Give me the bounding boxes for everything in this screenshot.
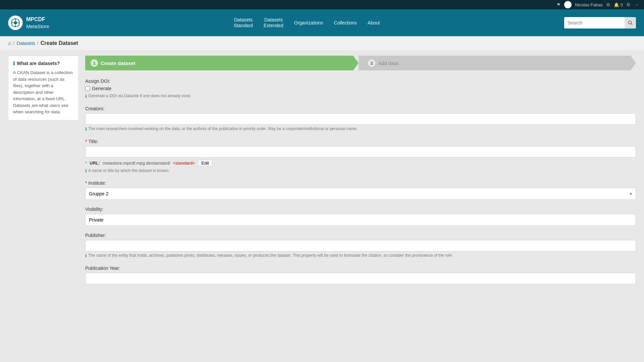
nav-datasets-standard[interactable]: Datasets Standard [228,14,258,31]
publisher-label: Publisher: [85,233,636,238]
logo-text: MPCDF MetaStore [26,16,49,29]
search-box [564,17,636,28]
publisher-section: Publisher: ℹ The name of the entity that… [85,233,636,259]
main-content: ℹ What are datasets? A CKAN Dataset is a… [0,50,644,361]
step-2-num: 2 [368,59,375,67]
arrow-icon[interactable]: → [634,2,639,7]
url-placeholder-text: <standard> [173,161,195,166]
step-add-data: 2 Add data [359,56,636,70]
publication-year-input[interactable] [85,273,636,284]
breadcrumb-sep-1: / [13,41,15,46]
steps: 1 Create dataset 2 Add data [85,56,636,70]
title-input[interactable] [85,146,636,158]
institute-select-wrapper: Gruppe 2 Gruppe 1 Gruppe 3 [85,188,636,200]
generate-doi-checkbox-label[interactable]: Generate [92,86,111,91]
title-hint: ℹ A name or title by which the dataset i… [85,168,636,174]
search-input[interactable] [564,17,625,28]
logo[interactable]: MPCDF MetaStore [8,15,49,30]
sidebar-title: ℹ What are datasets? [13,61,73,66]
url-prefix: metastore.mpcdf.mpg.de/standard/ [103,161,170,166]
title-hint-icon: ℹ [85,168,87,174]
sidebar-box: ℹ What are datasets? A CKAN Dataset is a… [8,56,78,120]
sidebar-description: A CKAN Dataset is a collection of data r… [13,69,73,115]
notification-count[interactable]: 🔔 0 [614,2,623,7]
assign-doi-label: Assign DOI: [85,78,636,84]
publisher-input[interactable] [85,240,636,251]
step-2-label: Add data [378,60,398,66]
main-nav: Datasets Standard Datasets Extended Orga… [228,14,385,31]
generate-doi-checkbox[interactable] [85,86,90,91]
header: MPCDF MetaStore Datasets Standard Datase… [0,9,644,36]
creators-hint-icon: ℹ [85,126,87,132]
flag-icon[interactable]: ⚑ [556,2,561,7]
svg-point-6 [628,21,631,24]
generate-doi-row: Generate [85,86,636,91]
publisher-hint: ℹ The name of the entity that holds, arc… [85,253,636,259]
nav-collections[interactable]: Collections [328,17,362,28]
title-label: * Title: [85,139,636,144]
assign-doi-section: Assign DOI: Generate ℹ Generate a DOI vi… [85,78,636,99]
publication-year-label: Publication Year: [85,265,636,271]
top-bar: ⚑ Nicolas Fabas ⚙ 🔔 0 ⚙ → [0,0,644,9]
cog-icon[interactable]: ⚙ [606,2,610,7]
url-required-star: * [85,161,87,166]
settings-icon[interactable]: ⚙ [626,2,631,7]
institute-section: * Institute: Gruppe 2 Gruppe 1 Gruppe 3 [85,180,636,200]
creators-hint: ℹ The main researchers involved working … [85,126,636,132]
sidebar: ℹ What are datasets? A CKAN Dataset is a… [8,56,78,355]
form-container: Assign DOI: Generate ℹ Generate a DOI vi… [85,78,636,284]
publication-year-section: Publication Year: [85,265,636,284]
title-required-star: * [85,139,87,144]
avatar [564,1,572,8]
creators-section: Creators: ℹ The main researchers involve… [85,106,636,132]
username: Nicolas Fabas [575,2,602,7]
breadcrumb-datasets[interactable]: Datasets [17,41,35,46]
search-button[interactable] [625,17,636,28]
step-1-num: 1 [91,59,98,67]
creators-label: Creators: [85,106,636,111]
breadcrumb-sep-2: / [37,41,39,46]
url-row: * URL: metastore.mpcdf.mpg.de/standard/<… [85,160,636,167]
assign-doi-hint-icon: ℹ [85,94,87,99]
nav-about[interactable]: About [362,17,385,28]
institute-required-star: * [85,180,87,186]
svg-line-7 [631,24,632,25]
visibility-select[interactable]: Private Public [85,214,636,226]
breadcrumb: ⌂ / Datasets / Create Dataset [0,36,644,50]
breadcrumb-current: Create Dataset [41,40,78,46]
visibility-section: Visibility: Private Public [85,206,636,226]
nav-organizations[interactable]: Organizations [289,17,328,28]
form-area: 1 Create dataset 2 Add data Assign DOI: … [85,56,636,355]
info-icon: ℹ [13,61,15,66]
visibility-label: Visibility: [85,206,636,212]
svg-point-1 [14,21,17,24]
assign-doi-hint: ℹ Generate a DOI via Datacite if one doe… [85,93,636,99]
logo-icon [8,15,23,30]
breadcrumb-home[interactable]: ⌂ [8,40,11,46]
institute-select[interactable]: Gruppe 2 Gruppe 1 Gruppe 3 [85,188,636,200]
nav-datasets-extended[interactable]: Datasets Extended [258,14,289,31]
institute-label: * Institute: [85,180,636,186]
bell-icon: 🔔 [614,2,619,7]
step-1-label: Create dataset [101,60,135,66]
publisher-hint-icon: ℹ [85,253,87,259]
url-label: URL: [90,161,100,166]
title-section: * Title: * URL: metastore.mpcdf.mpg.de/s… [85,139,636,174]
step-create-dataset: 1 Create dataset [85,56,359,70]
url-edit-button[interactable]: Edit [198,160,213,167]
creators-input[interactable] [85,113,636,125]
